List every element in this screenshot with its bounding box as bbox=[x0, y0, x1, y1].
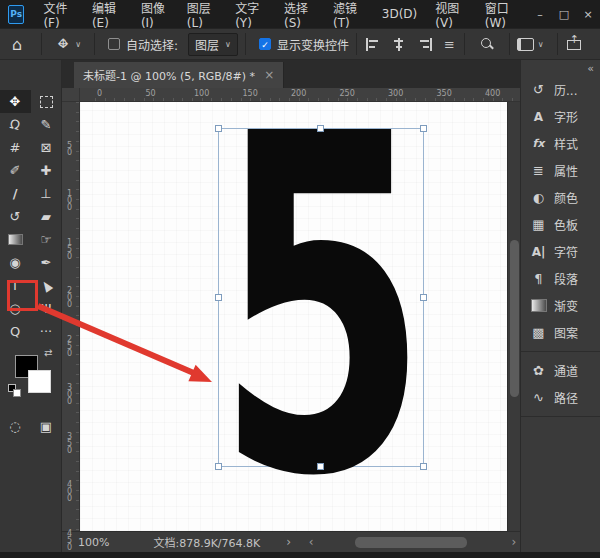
transform-handle-tl[interactable] bbox=[215, 125, 222, 132]
share-icon[interactable]: ↑ bbox=[567, 38, 580, 50]
panel-item-gradients[interactable]: ▱渐变 bbox=[521, 292, 600, 319]
healing-brush-tool[interactable]: ✚ bbox=[31, 159, 62, 182]
paths-panel-icon: ∿ bbox=[530, 390, 547, 406]
history-panel-icon: ↺ bbox=[530, 82, 547, 98]
zoom-level-field[interactable]: 100% bbox=[78, 536, 109, 549]
lasso-tool[interactable]: Ω bbox=[0, 113, 31, 136]
canvas[interactable]: 5 bbox=[80, 102, 507, 531]
transform-handle-bl[interactable] bbox=[215, 463, 222, 470]
zoom-tool[interactable]: Q bbox=[0, 320, 31, 343]
move-icon: ✥ bbox=[10, 95, 21, 108]
hand-tool[interactable]: Ψ bbox=[31, 297, 62, 320]
pen-tool[interactable]: ✒ bbox=[31, 251, 62, 274]
panel-item-paths[interactable]: ∿路径 bbox=[521, 384, 600, 411]
v-ruler-label: 100 bbox=[65, 189, 74, 210]
horizontal-scrollbar-thumb[interactable] bbox=[355, 537, 467, 548]
transform-handle-ml[interactable] bbox=[215, 294, 222, 301]
panel-item-label: 字形 bbox=[554, 108, 578, 125]
transform-handle-tm[interactable] bbox=[317, 125, 324, 132]
shape-tool[interactable]: ○ bbox=[0, 297, 31, 320]
menu-item-3[interactable]: 图层(L) bbox=[178, 0, 226, 28]
menu-item-6[interactable]: 滤镜(T) bbox=[324, 0, 373, 28]
gradient-tool[interactable]: ▱ bbox=[0, 228, 31, 251]
transform-handle-br[interactable] bbox=[420, 463, 427, 470]
move-tool-icon[interactable]: ↔ ↕ bbox=[55, 36, 71, 52]
brush-tool[interactable]: / bbox=[0, 182, 31, 205]
search-icon[interactable] bbox=[480, 37, 494, 51]
collapse-panels-icon[interactable]: « bbox=[587, 62, 594, 75]
menu-item-1[interactable]: 编辑(E) bbox=[83, 0, 132, 28]
object-selection-tool[interactable]: ✎ bbox=[31, 113, 62, 136]
auto-select-checkbox[interactable] bbox=[108, 38, 120, 50]
transform-handle-bm[interactable] bbox=[317, 463, 324, 470]
panel-item-label: 图案 bbox=[554, 324, 578, 341]
rectangular-marquee-tool[interactable]: □ bbox=[31, 90, 62, 113]
menu-item-0[interactable]: 文件(F) bbox=[34, 0, 83, 28]
eraser-icon: ▰ bbox=[41, 210, 51, 223]
history-brush-tool[interactable]: ↺ bbox=[0, 205, 31, 228]
canvas-text: 5 bbox=[215, 36, 429, 558]
panel-item-paragraph[interactable]: ¶段落 bbox=[521, 265, 600, 292]
menu-item-4[interactable]: 文字(Y) bbox=[226, 0, 275, 28]
menu-item-9[interactable]: 窗口(W) bbox=[476, 0, 528, 28]
smudge-tool[interactable]: ☞ bbox=[31, 228, 62, 251]
glyphs-panel-icon: A bbox=[530, 109, 547, 125]
eraser-tool[interactable]: ▰ bbox=[31, 205, 62, 228]
lasso-icon: Ω bbox=[9, 117, 22, 132]
background-color-swatch[interactable] bbox=[28, 370, 51, 393]
crop-tool[interactable]: # bbox=[0, 136, 31, 159]
minimize-button[interactable]: – bbox=[528, 0, 552, 28]
eyedropper-tool[interactable]: ✐ bbox=[0, 159, 31, 182]
panel-item-properties[interactable]: ≣属性 bbox=[521, 157, 600, 184]
v-ruler-label: 400 bbox=[65, 480, 74, 501]
smudge-icon: ☞ bbox=[40, 233, 52, 246]
workspace-icon[interactable] bbox=[517, 38, 534, 51]
photoshop-logo: Ps bbox=[8, 5, 24, 24]
vertical-scrollbar[interactable] bbox=[507, 102, 520, 531]
quick-mask-icon: ◌ bbox=[9, 420, 20, 433]
panel-item-swatches[interactable]: ▦色板 bbox=[521, 211, 600, 238]
scroll-right-icon[interactable]: › bbox=[508, 535, 520, 549]
vertical-scrollbar-thumb[interactable] bbox=[510, 240, 519, 397]
menu-item-7[interactable]: 3D(D) bbox=[373, 0, 426, 28]
chevron-down-icon[interactable]: ∨ bbox=[75, 40, 81, 49]
menu-item-5[interactable]: 选择(S) bbox=[275, 0, 324, 28]
panel-item-channels[interactable]: ✿通道 bbox=[521, 357, 600, 384]
paragraph-panel-icon: ¶ bbox=[530, 271, 547, 287]
panel-item-label: 色板 bbox=[554, 216, 578, 233]
move-tool[interactable]: ✥ bbox=[0, 90, 31, 113]
transform-handle-mr[interactable] bbox=[420, 294, 427, 301]
chevron-down-icon[interactable]: ∨ bbox=[538, 40, 544, 49]
quick-mask-button[interactable]: ◌ bbox=[0, 415, 31, 437]
healing-brush-icon: ✚ bbox=[41, 164, 52, 177]
close-button[interactable]: × bbox=[576, 0, 600, 28]
transform-handle-tr[interactable] bbox=[420, 125, 427, 132]
canvas-row: 50100150200250300350400450 5 bbox=[62, 102, 520, 531]
history-brush-icon: ↺ bbox=[10, 210, 21, 223]
panel-item-glyphs[interactable]: A字形 bbox=[521, 103, 600, 130]
distribute-icon[interactable]: ≡ bbox=[444, 37, 455, 52]
clone-stamp-tool[interactable]: ⊥ bbox=[31, 182, 62, 205]
type-tool[interactable]: T bbox=[0, 274, 31, 297]
panel-item-color[interactable]: ◐颜色 bbox=[521, 184, 600, 211]
screen-mode-button[interactable]: ▣ bbox=[31, 415, 62, 437]
home-icon[interactable]: ⌂ bbox=[12, 35, 22, 54]
main-area: ✥□Ω✎#⊠✐✚/⊥↺▰▱☞◉✒T▲○ΨQ··· ⇄ ◌▣ 未标题-1 @ 10… bbox=[0, 60, 600, 552]
edit-toolbar-tool[interactable]: ··· bbox=[31, 320, 62, 343]
menu-item-8[interactable]: 视图(V) bbox=[426, 0, 475, 28]
horizontal-scroll-track[interactable] bbox=[317, 536, 508, 549]
maximize-button[interactable]: □ bbox=[552, 0, 576, 28]
panel-item-history[interactable]: ↺历... bbox=[521, 76, 600, 103]
panel-item-styles[interactable]: fx样式 bbox=[521, 130, 600, 157]
transform-bounding-box[interactable]: 5 bbox=[218, 128, 424, 467]
zoom-icon: Q bbox=[10, 325, 20, 338]
ruler-corner[interactable] bbox=[62, 88, 80, 102]
swap-colors-icon[interactable]: ⇄ bbox=[44, 347, 52, 358]
panel-item-character[interactable]: A|字符 bbox=[521, 238, 600, 265]
panel-item-patterns[interactable]: ▩图案 bbox=[521, 319, 600, 346]
frame-tool[interactable]: ⊠ bbox=[31, 136, 62, 159]
path-selection-tool[interactable]: ▲ bbox=[31, 274, 62, 297]
menu-item-2[interactable]: 图像(I) bbox=[132, 0, 178, 28]
vertical-ruler[interactable]: 50100150200250300350400450 bbox=[62, 102, 80, 531]
dodge-tool[interactable]: ◉ bbox=[0, 251, 31, 274]
